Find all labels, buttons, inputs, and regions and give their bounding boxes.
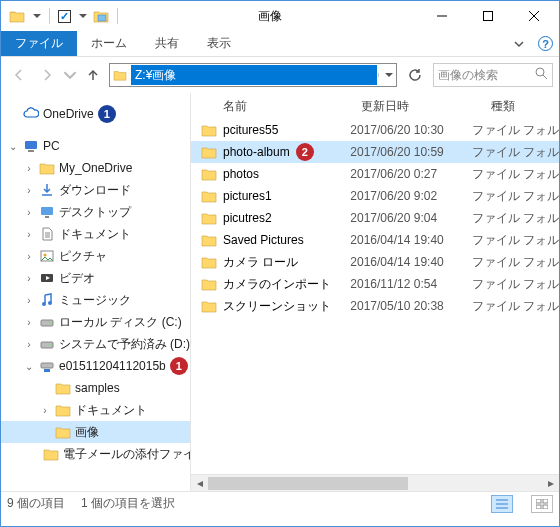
status-selected: 1 個の項目を選択	[81, 495, 175, 512]
nav-back-button[interactable]	[7, 63, 31, 87]
scroll-right-arrow[interactable]: ▸	[542, 476, 559, 490]
tree-expand-icon[interactable]: ⌄	[7, 141, 19, 152]
ribbon-file-tab[interactable]: ファイル	[1, 31, 77, 56]
tree-item-label: ダウンロード	[59, 182, 131, 199]
column-headers[interactable]: 名前 更新日時 種類	[191, 93, 559, 119]
file-name: pcitures55	[223, 123, 278, 137]
window-title: 画像	[120, 8, 419, 25]
close-button[interactable]	[511, 1, 557, 31]
svg-rect-34	[543, 505, 548, 509]
file-date: 2016/04/14 19:40	[350, 233, 471, 247]
file-list[interactable]: pcitures552017/06/20 10:30ファイル フォルphoto-…	[191, 119, 559, 474]
file-type: ファイル フォル	[472, 298, 559, 315]
address-input[interactable]	[131, 65, 377, 85]
nav-up-button[interactable]	[81, 63, 105, 87]
address-dropdown[interactable]	[378, 73, 396, 77]
navigation-tree[interactable]: OneDrive1⌄PC›My_OneDrive›ダウンロード›デスクトップ›ド…	[1, 93, 191, 491]
app-folder-icon	[9, 8, 25, 24]
tree-item-label: 画像	[75, 424, 99, 441]
nav-recent-dropdown[interactable]	[63, 63, 77, 87]
search-icon	[535, 67, 548, 83]
search-placeholder: 画像の検索	[438, 67, 531, 84]
ribbon-expand-button[interactable]	[506, 31, 532, 56]
file-name: photo-album	[223, 145, 290, 159]
tree-item-label: ビデオ	[59, 270, 95, 287]
file-type: ファイル フォル	[472, 166, 559, 183]
view-thumbnails-button[interactable]	[531, 495, 553, 513]
tree-item-onedrive[interactable]: OneDrive1	[1, 103, 190, 125]
tree-expand-icon[interactable]: ›	[23, 317, 35, 328]
ribbon-tab-home[interactable]: ホーム	[77, 31, 141, 56]
svg-point-25	[50, 344, 52, 346]
tree-item-myod[interactable]: ›My_OneDrive	[1, 157, 190, 179]
tree-item-samples[interactable]: samples	[1, 377, 190, 399]
tree-item-music[interactable]: ›ミュージック	[1, 289, 190, 311]
horizontal-scrollbar[interactable]: ◂ ▸	[191, 474, 559, 491]
address-bar[interactable]	[109, 63, 397, 87]
folder-icon	[201, 254, 217, 270]
tree-expand-icon[interactable]: ›	[23, 163, 35, 174]
nav-forward-button[interactable]	[35, 63, 59, 87]
file-row[interactable]: pcitures552017/06/20 10:30ファイル フォル	[191, 119, 559, 141]
file-name: カメラ ロール	[223, 254, 298, 271]
tree-item-docs2[interactable]: ›ドキュメント	[1, 399, 190, 421]
col-date[interactable]: 更新日時	[361, 98, 491, 115]
tree-item-label: システムで予約済み (D:)	[59, 336, 190, 353]
qat-dropdown-icon-2[interactable]	[79, 14, 87, 18]
tree-expand-icon[interactable]: ›	[23, 251, 35, 262]
scroll-left-arrow[interactable]: ◂	[191, 476, 208, 490]
file-row[interactable]: photo-album22017/06/20 10:59ファイル フォル	[191, 141, 559, 163]
folder-icon	[55, 380, 71, 396]
ribbon-tab-view[interactable]: 表示	[193, 31, 245, 56]
folder-icon	[55, 424, 71, 440]
file-name: カメラのインポート	[223, 276, 331, 293]
file-date: 2016/04/14 19:40	[350, 255, 471, 269]
tree-item-label: 電子メールの添付ファイ	[63, 446, 191, 463]
help-button[interactable]: ?	[538, 36, 553, 51]
tree-item-label: samples	[75, 381, 120, 395]
qat-checkbox-icon[interactable]: ✓	[58, 10, 71, 23]
maximize-button[interactable]	[465, 1, 511, 31]
search-box[interactable]: 画像の検索	[433, 63, 553, 87]
tree-item-documents[interactable]: ›ドキュメント	[1, 223, 190, 245]
svg-rect-0	[98, 15, 106, 21]
ribbon-tab-share[interactable]: 共有	[141, 31, 193, 56]
file-row[interactable]: Saved Pictures2016/04/14 19:40ファイル フォル	[191, 229, 559, 251]
tree-item-desktop[interactable]: ›デスクトップ	[1, 201, 190, 223]
tree-item-videos[interactable]: ›ビデオ	[1, 267, 190, 289]
qat-dropdown-icon[interactable]	[33, 14, 41, 18]
file-row[interactable]: picutres22017/06/20 9:04ファイル フォル	[191, 207, 559, 229]
tree-expand-icon[interactable]: ⌄	[23, 361, 35, 372]
tree-expand-icon[interactable]: ›	[39, 405, 51, 416]
file-type: ファイル フォル	[472, 122, 559, 139]
tree-item-pc[interactable]: ⌄PC	[1, 135, 190, 157]
tree-expand-icon[interactable]: ›	[23, 273, 35, 284]
file-date: 2017/06/20 9:02	[350, 189, 471, 203]
file-row[interactable]: スクリーンショット2017/05/10 20:38ファイル フォル	[191, 295, 559, 317]
col-type[interactable]: 種類	[491, 98, 559, 115]
tree-expand-icon[interactable]: ›	[23, 229, 35, 240]
tree-item-pictures[interactable]: ›ピクチャ	[1, 245, 190, 267]
file-row[interactable]: photos2017/06/20 0:27ファイル フォル	[191, 163, 559, 185]
tree-item-localc[interactable]: ›ローカル ディスク (C:)	[1, 311, 190, 333]
tree-item-sysres[interactable]: ›システムで予約済み (D:)	[1, 333, 190, 355]
scroll-thumb[interactable]	[208, 477, 408, 490]
col-name[interactable]: 名前	[201, 98, 361, 115]
minimize-button[interactable]	[419, 1, 465, 31]
tree-item-netdrv[interactable]: ⌄e01511204112015b1	[1, 355, 190, 377]
tree-expand-icon[interactable]: ›	[23, 185, 35, 196]
file-row[interactable]: カメラ ロール2016/04/14 19:40ファイル フォル	[191, 251, 559, 273]
folder-icon	[201, 210, 217, 226]
tree-expand-icon[interactable]: ›	[23, 295, 35, 306]
tree-item-downloads[interactable]: ›ダウンロード	[1, 179, 190, 201]
file-row[interactable]: カメラのインポート2016/11/12 0:54ファイル フォル	[191, 273, 559, 295]
tree-item-gazou[interactable]: 画像	[1, 421, 190, 443]
file-row[interactable]: pictures12017/06/20 9:02ファイル フォル	[191, 185, 559, 207]
tree-expand-icon[interactable]: ›	[23, 207, 35, 218]
file-name: スクリーンショット	[223, 298, 331, 315]
refresh-button[interactable]	[401, 63, 429, 87]
tree-item-mail[interactable]: 電子メールの添付ファイ	[1, 443, 190, 465]
tree-item-label: ミュージック	[59, 292, 131, 309]
tree-expand-icon[interactable]: ›	[23, 339, 35, 350]
view-details-button[interactable]	[491, 495, 513, 513]
